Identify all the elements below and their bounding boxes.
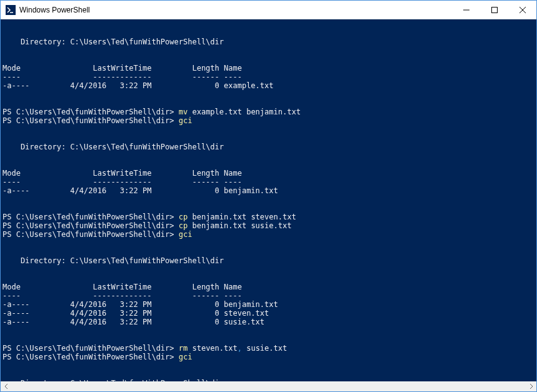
output-line [3,326,534,335]
maximize-button[interactable] [480,1,508,19]
command: mv [179,108,188,116]
output-line [3,335,534,344]
directory-line: Directory: C:\Users\Ted\funWithPowerShel… [3,38,534,46]
file-row: -a---- 4/4/2016 3:22 PM 0 example.txt [3,81,534,90]
header-line: Mode LastWriteTime Length Name [3,64,534,73]
prompt-line: PS C:\Users\Ted\funWithPowerShell\dir> m… [3,108,534,116]
command: cp [179,213,188,221]
file-row: -a---- 4/4/2016 3:22 PM 0 susie.txt [3,318,534,326]
command: gci [179,230,193,239]
output-line [3,204,534,213]
command: gci [179,116,193,125]
window-controls [452,1,536,19]
output-line [3,370,534,379]
prompt-line: PS C:\Users\Ted\funWithPowerShell\dir> g… [3,230,534,239]
output-line [3,361,534,370]
command: cp [179,221,188,230]
output-line [3,90,534,99]
file-row: -a---- 4/4/2016 3:22 PM 0 steven.txt [3,309,534,318]
header-line: Mode LastWriteTime Length Name [3,283,534,291]
output-line [3,160,534,169]
output-line [3,239,534,248]
horizontal-scrollbar[interactable] [1,381,536,391]
header-line: ---- ------------- ------ ---- [3,291,534,300]
file-row: -a---- 4/4/2016 3:22 PM 0 benjamin.txt [3,300,534,309]
output-line [3,29,534,38]
prompt-line: PS C:\Users\Ted\funWithPowerShell\dir> c… [3,213,534,221]
prompt-line: PS C:\Users\Ted\funWithPowerShell\dir> r… [3,344,534,353]
output-line [3,151,534,160]
file-row: -a---- 4/4/2016 3:22 PM 0 benjamin.txt [3,186,534,195]
output-line [3,195,534,204]
header-line: ---- ------------- ------ ---- [3,73,534,81]
directory-line: Directory: C:\Users\Ted\funWithPowerShel… [3,143,534,151]
output-line [3,99,534,108]
output-line [3,55,534,64]
terminal-output[interactable]: Directory: C:\Users\Ted\funWithPowerShel… [1,19,536,382]
close-button[interactable] [508,1,536,19]
scroll-right-icon[interactable] [526,381,536,391]
command: gci [179,353,193,361]
output-line [3,46,534,55]
prompt-line: PS C:\Users\Ted\funWithPowerShell\dir> g… [3,116,534,125]
output-line [3,248,534,256]
output-line [3,134,534,143]
prompt-line: PS C:\Users\Ted\funWithPowerShell\dir> c… [3,221,534,230]
window-title: Windows PowerShell [19,6,452,14]
svg-rect-2 [491,7,497,13]
command: rm [179,344,188,353]
output-line [3,125,534,134]
scroll-left-icon[interactable] [1,381,11,391]
header-line: Mode LastWriteTime Length Name [3,169,534,178]
minimize-button[interactable] [452,1,480,19]
titlebar: Windows PowerShell [1,1,536,19]
output-line [3,265,534,274]
directory-line: Directory: C:\Users\Ted\funWithPowerShel… [3,256,534,265]
output-line [3,274,534,283]
prompt-line: PS C:\Users\Ted\funWithPowerShell\dir> g… [3,353,534,361]
powershell-icon [6,5,16,15]
header-line: ---- ------------- ------ ---- [3,178,534,186]
